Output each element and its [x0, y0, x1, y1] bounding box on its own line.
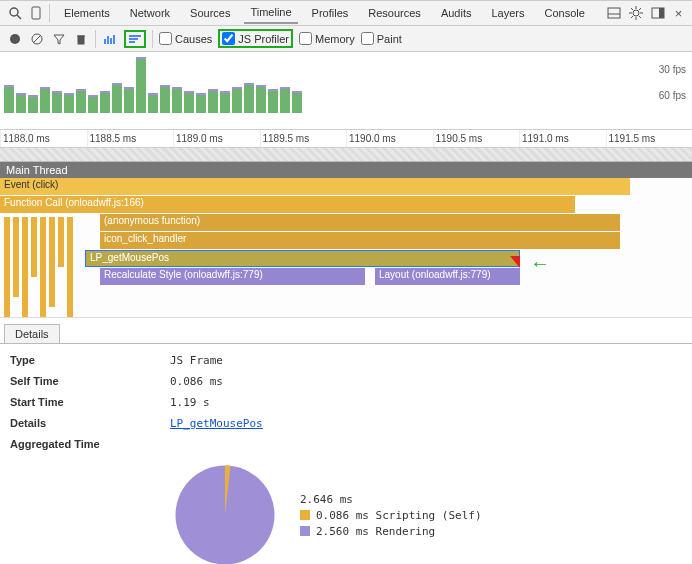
tab-sources[interactable]: Sources [184, 3, 236, 23]
svg-point-0 [10, 8, 18, 16]
pie-legend: 2.646 ms 0.086 ms Scripting (Self) 2.560… [300, 490, 482, 541]
thread-header: Main Thread [0, 162, 692, 178]
start-time-label: Start Time [10, 396, 170, 409]
devtools-top-toolbar: Elements Network Sources Timeline Profil… [0, 0, 692, 26]
search-icon[interactable] [8, 5, 22, 21]
filter-icon[interactable] [51, 31, 67, 47]
tab-audits[interactable]: Audits [435, 3, 478, 23]
legend-scripting: 0.086 ms Scripting (Self) [300, 509, 482, 522]
tab-elements[interactable]: Elements [58, 3, 116, 23]
legend-total: 2.646 ms [300, 493, 482, 506]
record-icon[interactable] [7, 31, 23, 47]
svg-rect-2 [32, 7, 40, 19]
type-value: JS Frame [170, 354, 223, 367]
legend-rendering: 2.560 ms Rendering [300, 525, 482, 538]
dock-icon[interactable] [651, 5, 665, 21]
svg-line-18 [33, 35, 41, 43]
separator [95, 30, 96, 48]
js-profiler-checkbox[interactable]: JS Profiler [222, 32, 289, 45]
time-ruler: 1188.0 ms1188.5 ms1189.0 ms1189.5 ms 119… [0, 130, 692, 148]
gear-icon[interactable] [629, 5, 643, 21]
clear-icon[interactable] [29, 31, 45, 47]
svg-point-5 [633, 10, 639, 16]
fps-30-label: 30 fps [659, 64, 686, 75]
svg-rect-19 [78, 36, 84, 44]
self-time-value: 0.086 ms [170, 375, 223, 388]
view-bars-icon[interactable] [102, 31, 118, 47]
annotation-arrow-icon: ← [530, 252, 550, 275]
details-link[interactable]: LP_getMousePos [170, 417, 263, 430]
memory-checkbox[interactable]: Memory [299, 32, 355, 45]
svg-rect-15 [659, 8, 664, 18]
details-tab[interactable]: Details [4, 324, 60, 343]
details-label: Details [10, 417, 170, 430]
view-flame-toggle[interactable] [124, 30, 146, 48]
fps-60-label: 60 fps [659, 90, 686, 101]
svg-point-16 [10, 34, 20, 44]
flame-icon-click[interactable]: icon_click_handler [100, 232, 620, 249]
timeline-toolbar: Causes JS Profiler Memory Paint [0, 26, 692, 52]
svg-line-10 [631, 8, 633, 10]
aggregated-time-label: Aggregated Time [10, 438, 170, 450]
svg-rect-24 [113, 35, 115, 44]
svg-rect-22 [107, 36, 109, 44]
tab-console[interactable]: Console [538, 3, 590, 23]
details-pane: Details TypeJS Frame Self Time0.086 ms S… [0, 324, 692, 564]
close-icon[interactable]: × [673, 5, 684, 21]
warning-icon [510, 256, 520, 268]
svg-line-13 [639, 8, 641, 10]
flame-anon[interactable]: (anonymous function) [100, 214, 620, 231]
tab-network[interactable]: Network [124, 3, 176, 23]
svg-rect-23 [110, 38, 112, 44]
tab-timeline[interactable]: Timeline [244, 2, 297, 24]
svg-rect-3 [608, 8, 620, 18]
tab-resources[interactable]: Resources [362, 3, 427, 23]
overview-scrubber[interactable] [0, 148, 692, 162]
device-icon[interactable] [30, 5, 41, 21]
svg-line-12 [631, 16, 633, 18]
paint-checkbox[interactable]: Paint [361, 32, 402, 45]
tab-layers[interactable]: Layers [485, 3, 530, 23]
svg-line-1 [17, 15, 21, 19]
type-label: Type [10, 354, 170, 367]
drawer-icon[interactable] [607, 5, 621, 21]
causes-checkbox[interactable]: Causes [159, 32, 212, 45]
self-time-label: Self Time [10, 375, 170, 388]
flame-function-call[interactable]: Function Call (onloadwff.js:166) [0, 196, 575, 213]
separator [152, 30, 153, 48]
aggregated-time-pie [170, 460, 280, 564]
js-profiler-highlight: JS Profiler [218, 29, 293, 48]
svg-line-11 [639, 16, 641, 18]
garbage-icon[interactable] [73, 31, 89, 47]
flame-layout[interactable]: Layout (onloadwff.js:779) [375, 268, 520, 285]
start-time-value: 1.19 s [170, 396, 210, 409]
flame-recalc-style[interactable]: Recalculate Style (onloadwff.js:779) [100, 268, 365, 285]
flame-getmousepos[interactable]: LP_getMousePos [85, 250, 520, 267]
overview-bars [4, 53, 302, 113]
svg-rect-21 [104, 39, 106, 44]
flame-chart[interactable]: Event (click) Func…54) Function Call (on… [0, 178, 692, 318]
overview-pane[interactable]: 30 fps 60 fps [0, 52, 692, 130]
separator [49, 4, 50, 22]
flame-event-click[interactable]: Event (click) [0, 178, 630, 195]
tab-profiles[interactable]: Profiles [306, 3, 355, 23]
